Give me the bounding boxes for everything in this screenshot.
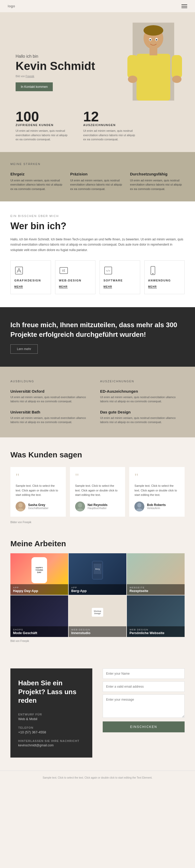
cta-button[interactable]: Lern mehr (10, 344, 38, 354)
skill-icon: </> (104, 266, 136, 276)
logo: logo (8, 4, 15, 8)
testimonial-text: Sample text. Click to select the text. C… (134, 484, 179, 497)
about-text: Hallo, ich bin Kevin Schmidt. Ich biete … (10, 237, 185, 253)
portfolio-item-2[interactable]: APP Berg-App Berg (68, 553, 127, 595)
hero-image (122, 23, 185, 102)
svg-point-25 (78, 503, 82, 507)
hero-greeting: Hallo ich bin (16, 54, 122, 59)
strength-text: Ut enim ad minim veniam, quis nostrud ex… (10, 178, 65, 191)
portfolio-tag: APP (71, 586, 124, 589)
svg-point-12 (156, 39, 157, 40)
strength-text: Ut enim ad minim veniam, quis nostrud ex… (130, 178, 185, 191)
author-name: Bob Roberts (147, 503, 166, 507)
award-title: Das gute Design (100, 410, 185, 414)
section-label: MEINE STÄRKEN (10, 162, 185, 165)
portfolio-name: Berg-App (71, 589, 124, 593)
portfolio-name: Innenstudio (71, 631, 124, 635)
portfolio-name: Happy Day-App (13, 589, 65, 593)
testimonial-author: Nat Reynolds Hauptbuchhalter (75, 502, 120, 512)
award-desc: Ut enim ad minim veniam, quis nostrud ex… (100, 416, 185, 424)
author-role: Hauptbuchhalter (88, 507, 108, 509)
skill-name: GRAFIKDESIGN (14, 279, 47, 282)
skill-link[interactable]: MEHR (14, 285, 23, 288)
svg-point-2 (143, 25, 163, 36)
svg-rect-3 (137, 54, 170, 100)
skill-name: WEB-DESIGN (59, 279, 92, 282)
cta-section: Ich freue mich, Ihnen mitzuteilen, dass … (0, 307, 195, 367)
award-item-1: ED-Auszeichnungen Ut enim ad minim venia… (100, 389, 185, 404)
skill-card-anwendung: ANWENDUNG MEHR (144, 260, 185, 294)
testimonials-title: Was Kunden sagen (10, 451, 185, 459)
portfolio-grid: APP Happy Day-App HAPPYYOUNGDAY APP Berg… (10, 553, 185, 637)
testimonial-card-3: " Sample text. Click to select the text.… (129, 467, 185, 517)
portfolio-item-5[interactable]: WEB-DESIGN Innenstudio MockupDesign (68, 595, 127, 637)
author-avatar (16, 502, 26, 512)
svg-text:UI: UI (62, 269, 65, 272)
portfolio-item-4[interactable]: SHOPS Mode Geschäft (10, 595, 68, 637)
strength-text: Ut enim ad minim veniam, quis nostrud ex… (70, 178, 125, 191)
skill-link[interactable]: MEHR (104, 285, 112, 288)
edu-title: Universität Oxford (10, 389, 95, 394)
message-textarea[interactable] (103, 694, 185, 718)
stat-number: 12 (83, 110, 135, 123)
svg-point-28 (137, 503, 141, 507)
skill-link[interactable]: MEHR (59, 285, 67, 288)
stat-label: AUSZEICHNUNGEN (83, 123, 135, 127)
stats-section: 100 ZUFRIEDENE KUNDEN Ut enim ad minim v… (0, 102, 195, 152)
award-item-2: Das gute Design Ut enim ad minim veniam,… (100, 410, 185, 424)
testimonial-author: Sasha Grey Geschäftsinhaber (16, 502, 61, 512)
strength-title: Präzision (70, 172, 125, 176)
stat-customers: 100 ZUFRIEDENE KUNDEN Ut enim ad minim v… (16, 110, 67, 142)
edu-desc: Ut enim ad minim veniam, quis nostrud ex… (10, 416, 95, 424)
skill-card-webdesign: UI WEB-DESIGN MEHR (55, 260, 96, 294)
portfolio-item-1[interactable]: APP Happy Day-App HAPPYYOUNGDAY (10, 553, 68, 595)
portfolio-tag: APP (13, 586, 65, 589)
strengths-section: MEINE STÄRKEN Ehrgeiz Ut enim ad minim v… (0, 152, 195, 202)
education-label: AUSBILDUNG (10, 380, 95, 383)
contact-phone-value: +10 (57) 367-4558 (18, 730, 84, 734)
about-section-label: EIN BISSCHEN ÜBER MICH (10, 214, 185, 218)
contact-button[interactable]: In Kontakt kommen (16, 82, 53, 91)
skill-icon: UI (59, 266, 92, 276)
education-column: AUSBILDUNG Universität Oxford Ut enim ad… (10, 380, 95, 424)
skill-name: ANWENDUNG (148, 279, 181, 282)
svg-point-8 (172, 75, 182, 83)
contact-section: Haben Sie ein Projekt? Lass uns reden En… (0, 655, 195, 771)
strength-item-3: Durchsetzungsfähig Ut enim ad minim veni… (130, 172, 185, 191)
contact-email-label: Hinterlassen Sie Ihre Nachricht (18, 739, 84, 742)
contact-type-label: Entwurf für (18, 713, 84, 716)
author-avatar (134, 502, 144, 512)
portfolio-title: Meine Arbeiten (10, 537, 185, 548)
submit-button[interactable]: EINSCHICKEN (103, 721, 185, 732)
svg-text:Berg: Berg (95, 568, 100, 570)
svg-rect-4 (149, 48, 157, 55)
author-avatar (75, 502, 85, 512)
skill-card-software: </> SOFTWARE MEHR (100, 260, 140, 294)
portfolio-name: Rezeptseite (130, 589, 182, 593)
awards-label: AUSZEICHNUNGEN (100, 380, 185, 383)
testimonial-text: Sample text. Click to select the text. C… (16, 484, 61, 497)
svg-point-22 (19, 503, 23, 507)
testimonials-section: Was Kunden sagen " Sample text. Click to… (0, 437, 195, 537)
name-input[interactable] (103, 669, 185, 679)
skill-link[interactable]: MEHR (148, 285, 157, 288)
about-section: EIN BISSCHEN ÜBER MICH Wer bin ich? Hall… (0, 202, 195, 307)
email-input[interactable] (103, 681, 185, 692)
skill-icon (14, 266, 47, 276)
hero-credit: Bild von Freepik (16, 75, 122, 78)
portfolio-item-6[interactable]: WEB DESIGN Persönliche Webseite (127, 595, 185, 637)
portfolio-tag: WEB-DESIGN (71, 628, 124, 631)
education-section: AUSBILDUNG Universität Oxford Ut enim ad… (0, 367, 195, 437)
skill-card-grafikdesign: GRAFIKDESIGN MEHR (10, 260, 51, 294)
strength-title: Durchsetzungsfähig (130, 172, 185, 176)
hero-section: Hallo ich bin Kevin Schmidt Bild von Fre… (0, 12, 195, 102)
quote-mark-icon: " (75, 472, 120, 482)
testimonial-author: Bob Roberts Verkäuferin (134, 502, 179, 512)
hamburger-menu[interactable] (182, 4, 187, 8)
footer-text: Sample text. Click to select the text. C… (43, 776, 152, 779)
portfolio-item-3[interactable]: WEBSEITE Rezeptseite (127, 553, 185, 595)
contact-phone-label: Telefon (18, 726, 84, 729)
portfolio-name: Persönliche Webseite (130, 631, 182, 635)
stat-number: 100 (16, 110, 67, 123)
edu-item-1: Universität Oxford Ut enim ad minim veni… (10, 389, 95, 404)
